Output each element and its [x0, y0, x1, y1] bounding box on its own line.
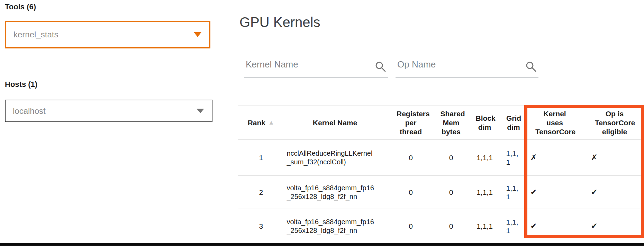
column-header-kernel-name[interactable]: Kernel Name	[284, 106, 386, 140]
cell-rank: 1	[238, 140, 284, 176]
cell-grid-dim: 1,1,1	[503, 176, 525, 209]
cell-kernel-name: volta_fp16_s884gemm_fp16_256x128_ldg8_f2…	[284, 176, 386, 209]
gpu-kernels-table: Rank▲ Kernel Name Registers per thread S…	[238, 106, 644, 243]
sidebar: Tools (6) kernel_stats Hosts (1) localho…	[0, 0, 224, 243]
cell-kernel-uses-tensorcore: ✔	[525, 176, 585, 209]
tools-label: Tools (6)	[5, 2, 36, 11]
cell-kernel-name: ncclAllReduceRingLLKernel_sum_f32(ncclCo…	[284, 140, 386, 176]
cell-kernel-uses-tensorcore: ✗	[525, 140, 585, 176]
hosts-dropdown[interactable]: localhost	[5, 100, 212, 122]
cell-kernel-uses-tensorcore: ✔	[525, 209, 585, 244]
table-row: 2volta_fp16_s884gemm_fp16_256x128_ldg8_f…	[238, 176, 644, 209]
cell-registers-per-thread: 0	[386, 209, 436, 244]
cell-rank: 2	[238, 176, 284, 209]
cell-grid-dim: 1,1,1	[503, 140, 525, 176]
column-header-kernel-uses-tensorcore[interactable]: Kernel uses TensorCore	[525, 106, 585, 140]
cell-op-tensorcore-eligible: ✔	[585, 209, 644, 244]
cell-grid-dim: 1,1,1	[503, 209, 525, 244]
cell-op-tensorcore-eligible: ✔	[585, 176, 644, 209]
column-header-op-is-tensorcore-eligible[interactable]: Op is TensorCore eligible	[585, 106, 644, 140]
search-icon	[525, 61, 537, 73]
op-name-filter	[396, 51, 538, 78]
cell-shared-mem-bytes: 0	[436, 209, 467, 244]
table-row: 3volta_fp16_s884gemm_fp16_256x128_ldg8_f…	[238, 209, 644, 244]
cell-op-tensorcore-eligible: ✗	[585, 140, 644, 176]
cell-registers-per-thread: 0	[386, 176, 436, 209]
cell-registers-per-thread: 0	[386, 140, 436, 176]
table-row: 1ncclAllReduceRingLLKernel_sum_f32(ncclC…	[238, 140, 644, 176]
table-body: 1ncclAllReduceRingLLKernel_sum_f32(ncclC…	[238, 140, 644, 244]
op-name-filter-input[interactable]	[396, 55, 538, 77]
page-title: GPU Kernels	[239, 15, 320, 30]
column-header-shared-mem-bytes[interactable]: Shared Mem bytes	[436, 106, 467, 140]
bottom-bar	[0, 243, 644, 246]
table-header-row: Rank▲ Kernel Name Registers per thread S…	[238, 106, 644, 140]
kernel-name-filter	[244, 51, 388, 78]
sort-ascending-icon: ▲	[268, 119, 274, 126]
chevron-down-icon	[197, 109, 204, 113]
cell-shared-mem-bytes: 0	[436, 140, 467, 176]
search-icon	[375, 61, 387, 73]
hosts-label: Hosts (1)	[5, 80, 37, 89]
column-header-registers-per-thread[interactable]: Registers per thread	[386, 106, 436, 140]
tools-dropdown-value: kernel_stats	[6, 30, 194, 39]
column-header-block-dim[interactable]: Block dim	[467, 106, 503, 140]
cell-shared-mem-bytes: 0	[436, 176, 467, 209]
cell-rank: 3	[238, 209, 284, 244]
column-header-rank[interactable]: Rank▲	[238, 106, 284, 140]
kernel-name-filter-input[interactable]	[244, 55, 388, 77]
column-header-grid-dim[interactable]: Grid dim	[503, 106, 525, 140]
cell-block-dim: 1,1,1	[467, 140, 503, 176]
cell-block-dim: 1,1,1	[467, 209, 503, 244]
cell-kernel-name: volta_fp16_s884gemm_fp16_256x128_ldg8_f2…	[284, 209, 386, 244]
cell-block-dim: 1,1,1	[467, 176, 503, 209]
tools-dropdown[interactable]: kernel_stats	[5, 21, 210, 48]
chevron-down-icon	[194, 32, 201, 37]
hosts-dropdown-value: localhost	[6, 106, 197, 116]
